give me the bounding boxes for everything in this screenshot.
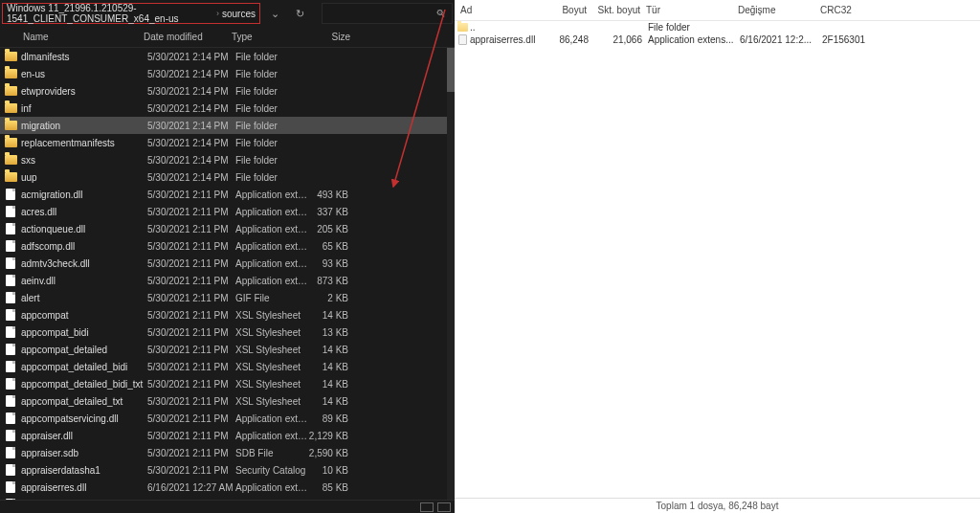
list-item[interactable]: acmigration.dll5/30/2021 2:11 PMApplicat…: [0, 186, 447, 203]
list-item[interactable]: etwproviders5/30/2021 2:14 PMFile folder: [0, 82, 447, 100]
archive-footer: Toplam 1 dosya, 86,248 bayt: [455, 498, 980, 513]
file-date: 5/30/2021 2:11 PM: [147, 362, 235, 372]
list-item[interactable]: admtv3check.dll5/30/2021 2:11 PMApplicat…: [0, 255, 447, 272]
column-headers[interactable]: Ad Boyut Skt. boyut Tür Değişme CRC32: [455, 0, 980, 21]
file-size: 14 KB: [308, 345, 354, 355]
scrollbar-thumb[interactable]: [447, 48, 455, 92]
list-item[interactable]: appraiserxdllatestoshash5/30/2021 2:11 P…: [0, 496, 447, 500]
file-name: appcompatservicing.dll: [21, 413, 147, 424]
col-name[interactable]: Ad: [455, 5, 539, 15]
file-name: appraiserdatasha1: [21, 465, 147, 476]
file-date: 5/30/2021 2:11 PM: [147, 190, 235, 200]
file-icon: [4, 360, 17, 373]
file-date: 5/30/2021 2:11 PM: [147, 465, 235, 476]
file-date: 5/30/2021 2:14 PM: [147, 121, 235, 131]
list-item[interactable]: sxs5/30/2021 2:14 PMFile folder: [0, 151, 447, 168]
archive-pane: Ad Boyut Skt. boyut Tür Değişme CRC32 ..…: [455, 0, 980, 513]
file-date: 5/30/2021 2:11 PM: [147, 276, 235, 286]
status-text: Toplam 1 dosya, 86,248 bayt: [657, 501, 779, 511]
list-item[interactable]: appcompat_detailed_txt5/30/2021 2:11 PMX…: [0, 392, 447, 410]
file-icon: [4, 222, 17, 235]
file-size: 2,590 KB: [308, 448, 354, 458]
file-name: acres.dll: [21, 207, 147, 217]
scrollbar[interactable]: [447, 48, 455, 500]
list-item[interactable]: uup5/30/2021 2:14 PMFile folder: [0, 168, 447, 186]
file-type: Application exten...: [235, 241, 308, 252]
col-packed[interactable]: Skt. boyut: [592, 5, 646, 15]
list-item[interactable]: appcompat_detailed_bidi_txt5/30/2021 2:1…: [0, 375, 447, 392]
folder-icon: [4, 170, 17, 184]
file-size: 205 KB: [308, 224, 354, 234]
file-name: acmigration.dll: [21, 190, 147, 200]
file-type: File folder: [235, 86, 308, 97]
history-dropdown[interactable]: ⌄: [264, 3, 285, 24]
list-item[interactable]: dlmanifests5/30/2021 2:14 PMFile folder: [0, 48, 447, 65]
file-date: 5/30/2021 2:11 PM: [147, 258, 235, 269]
breadcrumb-segment[interactable]: Windows 11_21996.1.210529-1541_CLIENT_CO…: [7, 3, 213, 24]
file-size: 14 KB: [308, 379, 354, 390]
file-type: XSL Stylesheet: [235, 379, 308, 390]
view-large-icon[interactable]: [437, 502, 451, 512]
col-size[interactable]: Size: [310, 32, 356, 42]
search-input[interactable]: 🔍︎: [322, 3, 453, 24]
list-item[interactable]: adfscomp.dll5/30/2021 2:11 PMApplication…: [0, 237, 447, 255]
list-item[interactable]: migration5/30/2021 2:14 PMFile folder: [0, 117, 447, 134]
col-name[interactable]: Name: [0, 32, 144, 42]
list-item[interactable]: appraiser.dll5/30/2021 2:11 PMApplicatio…: [0, 427, 447, 444]
view-details-icon[interactable]: [420, 502, 434, 512]
list-item[interactable]: appcompatservicing.dll5/30/2021 2:11 PMA…: [0, 410, 447, 427]
file-name: migration: [21, 121, 147, 131]
list-item[interactable]: appcompat_detailed_bidi5/30/2021 2:11 PM…: [0, 358, 447, 375]
list-item[interactable]: appcompat_detailed5/30/2021 2:11 PMXSL S…: [0, 341, 447, 358]
list-item[interactable]: appraiserres.dll86,24821,066Application …: [455, 33, 980, 46]
file-name: appcompat_detailed: [21, 345, 147, 355]
col-crc[interactable]: CRC32: [820, 5, 878, 15]
file-date: 5/30/2021 2:11 PM: [147, 431, 235, 441]
file-type: File folder: [648, 22, 740, 33]
list-item[interactable]: inf5/30/2021 2:14 PMFile folder: [0, 100, 447, 117]
file-packed: 21,066: [594, 34, 648, 45]
list-item[interactable]: aeinv.dll5/30/2021 2:11 PMApplication ex…: [0, 272, 447, 289]
file-type: Application exten...: [235, 190, 308, 200]
list-item[interactable]: ..File folder: [455, 21, 980, 33]
file-type: File folder: [235, 172, 308, 183]
file-size: 1 KB: [308, 500, 354, 501]
list-item[interactable]: alert5/30/2021 2:11 PMGIF File2 KB: [0, 289, 447, 306]
list-item[interactable]: replacementmanifests5/30/2021 2:14 PMFil…: [0, 134, 447, 151]
col-size[interactable]: Boyut: [539, 5, 592, 15]
list-item[interactable]: acres.dll5/30/2021 2:11 PMApplication ex…: [0, 203, 447, 220]
file-name: appcompat_detailed_bidi: [21, 362, 147, 372]
column-headers[interactable]: Name Date modified Type Size: [0, 27, 455, 48]
list-item[interactable]: en-us5/30/2021 2:14 PMFile folder: [0, 65, 447, 82]
address-bar[interactable]: Windows 11_21996.1.210529-1541_CLIENT_CO…: [2, 3, 260, 24]
list-item[interactable]: appraiser.sdb5/30/2021 2:11 PMSDB File2,…: [0, 444, 447, 461]
list-item[interactable]: actionqueue.dll5/30/2021 2:11 PMApplicat…: [0, 220, 447, 237]
file-size: 14 KB: [308, 396, 354, 407]
col-type[interactable]: Type: [232, 32, 310, 42]
breadcrumb-segment[interactable]: sources: [222, 9, 256, 19]
folder-icon: [4, 136, 17, 149]
file-date: 5/30/2021 2:11 PM: [147, 448, 235, 458]
file-icon: [4, 325, 17, 339]
list-item[interactable]: appcompat5/30/2021 2:11 PMXSL Stylesheet…: [0, 306, 447, 323]
file-name: etwproviders: [21, 86, 147, 97]
file-date: 5/30/2021 2:14 PM: [147, 138, 235, 148]
file-icon: [4, 274, 17, 287]
col-date[interactable]: Date modified: [144, 32, 232, 42]
col-type[interactable]: Tür: [646, 5, 738, 15]
list-item[interactable]: appraiserdatasha15/30/2021 2:11 PMSecuri…: [0, 461, 447, 479]
file-type: File folder: [235, 121, 308, 131]
col-modified[interactable]: Değişme: [738, 5, 820, 15]
file-size: 337 KB: [308, 207, 354, 217]
list-item[interactable]: appcompat_bidi5/30/2021 2:11 PMXSL Style…: [0, 323, 447, 341]
file-date: 5/30/2021 2:11 PM: [147, 293, 235, 303]
file-size: 2 KB: [308, 293, 354, 303]
file-name: appraiserres.dll: [21, 482, 147, 493]
refresh-button[interactable]: ↻: [289, 3, 310, 24]
file-date: 5/30/2021 2:14 PM: [147, 155, 235, 166]
file-type: GIF File: [235, 293, 308, 303]
file-name: appcompat_detailed_bidi_txt: [21, 379, 147, 390]
file-icon: [4, 188, 17, 201]
list-item[interactable]: appraiserres.dll6/16/2021 12:27 AMApplic…: [0, 479, 447, 496]
file-date: 5/30/2021 2:14 PM: [147, 172, 235, 183]
